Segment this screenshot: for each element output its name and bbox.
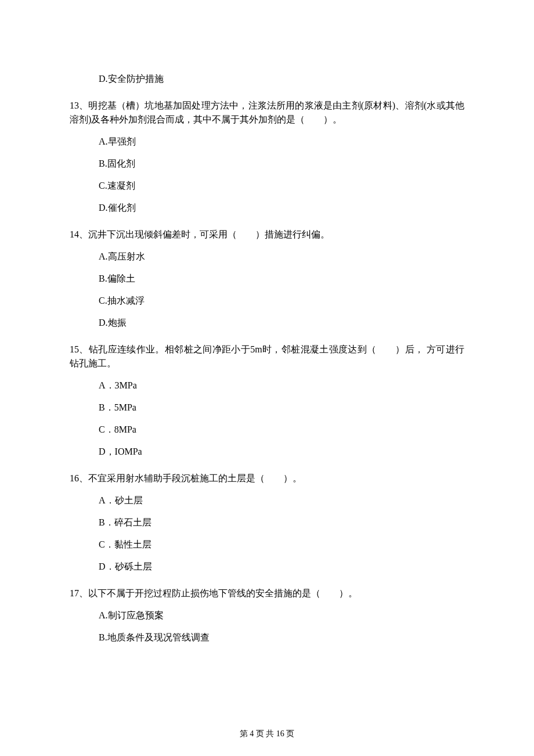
q17-option-b: B.地质条件及现况管线调查 — [70, 631, 464, 645]
q13-option-a: A.早强剂 — [70, 135, 464, 149]
q15-option-a: A．3MPa — [70, 379, 464, 393]
page-footer: 第 4 页 共 16 页 — [0, 728, 534, 740]
q14-stem: 14、沉井下沉出现倾斜偏差时，可采用（ ）措施进行纠偏。 — [70, 228, 464, 242]
q15-option-d: D，IOMPa — [70, 445, 464, 459]
q16-option-a: A．砂土层 — [70, 494, 464, 507]
q17-stem: 17、以下不属于开挖过程防止损伤地下管线的安全措施的是（ ）。 — [70, 586, 464, 600]
q16-option-b: B．碎石土层 — [70, 516, 464, 530]
q14-option-a: A.高压射水 — [70, 250, 464, 264]
q16-option-d: D．砂砾土层 — [70, 560, 464, 574]
q14-option-c: C.抽水减浮 — [70, 294, 464, 308]
q14-option-d: D.炮振 — [70, 316, 464, 330]
q15-option-b: B．5MPa — [70, 401, 464, 415]
q16-stem: 16、不宜采用射水辅助手段沉桩施工的土层是（ ）。 — [70, 471, 464, 485]
q13-option-c: C.速凝剂 — [70, 179, 464, 193]
q15-option-c: C．8MPa — [70, 423, 464, 437]
q12-option-d: D.安全防护措施 — [70, 72, 464, 86]
q14-option-b: B.偏除土 — [70, 272, 464, 286]
q15-stem: 15、钻孔应连续作业。相邻桩之间净距小于5m时，邻桩混凝土强度达到（ ）后， 方… — [70, 343, 464, 370]
q13-option-d: D.催化剂 — [70, 201, 464, 215]
page-container: D.安全防护措施 13、明挖基（槽）坑地基加固处理方法中，注浆法所用的浆液是由主… — [0, 0, 534, 756]
q13-stem: 13、明挖基（槽）坑地基加固处理方法中，注浆法所用的浆液是由主剂(原材料)、溶剂… — [70, 99, 464, 127]
q16-option-c: C．黏性土层 — [70, 538, 464, 552]
q17-option-a: A.制订应急预案 — [70, 609, 464, 622]
q13-option-b: B.固化剂 — [70, 157, 464, 171]
